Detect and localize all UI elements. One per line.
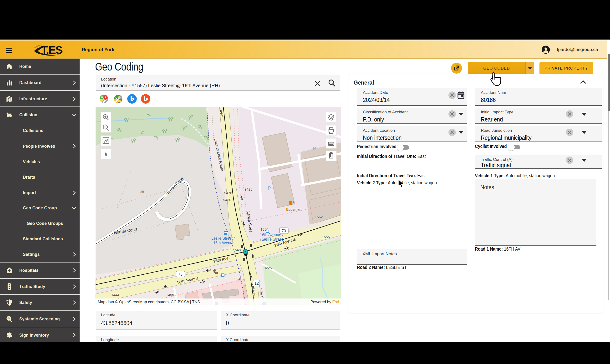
svg-text:Eggsmart: Eggsmart: [286, 207, 302, 211]
svg-text:16th Avenue: 16th Avenue: [213, 241, 234, 245]
svg-text:9478: 9478: [224, 191, 232, 195]
svg-text:1444: 1444: [111, 293, 119, 297]
svg-text:Leslie Street: Leslie Street: [262, 237, 283, 241]
svg-text:12: 12: [255, 281, 259, 286]
svg-text:P: P: [268, 185, 271, 191]
svg-text:1555: 1555: [322, 235, 330, 239]
svg-text:T.ES: T.ES: [41, 45, 63, 56]
svg-text:9240: 9240: [234, 277, 242, 281]
svg-text:G: G: [101, 95, 103, 98]
svg-text:35: 35: [140, 190, 144, 194]
svg-text:P: P: [313, 145, 316, 151]
svg-text:9480: 9480: [223, 198, 231, 202]
svg-text:9225: 9225: [264, 266, 272, 270]
svg-text:1548: 1548: [233, 248, 241, 252]
svg-text:Leslie Street /: Leslie Street /: [211, 236, 235, 240]
svg-text:73: 73: [282, 229, 286, 233]
svg-text:1562: 1562: [315, 215, 323, 219]
svg-text:73: 73: [178, 272, 182, 276]
svg-text:1455: 1455: [166, 293, 174, 297]
svg-text:G: G: [115, 96, 117, 99]
svg-text:9425: 9425: [245, 187, 252, 191]
